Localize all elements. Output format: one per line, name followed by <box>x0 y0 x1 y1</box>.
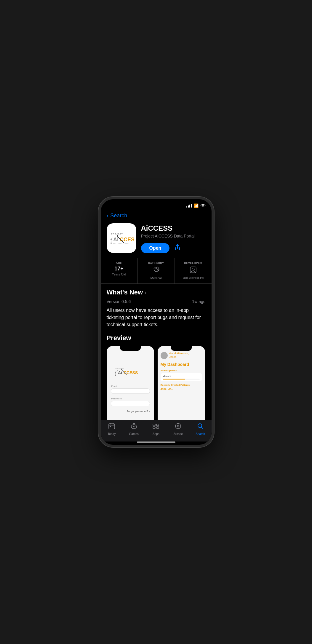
signal-bar-2 <box>188 205 189 208</box>
tab-today[interactable]: Today <box>103 423 121 436</box>
svg-point-15 <box>192 268 194 270</box>
preview-scroll[interactable]: PROJECT Ai CCESS <box>107 346 206 420</box>
dash-patients-label: Recently Created Patients <box>161 384 202 386</box>
share-button[interactable] <box>174 244 181 253</box>
dash-avatar <box>161 352 168 359</box>
tab-apps[interactable]: Apps <box>147 423 165 436</box>
arcade-svg-icon <box>175 423 182 430</box>
dash-header: Good Afternoon, Jacob <box>161 352 202 359</box>
svg-rect-39 <box>153 427 155 428</box>
tab-search[interactable]: Search <box>191 423 209 436</box>
tab-bar: Today Games <box>101 420 212 441</box>
wifi-signal-icon <box>200 204 206 208</box>
status-icons: 📶 <box>186 203 206 208</box>
patient-2: Je... <box>168 388 174 390</box>
svg-rect-38 <box>156 424 159 426</box>
open-button[interactable]: Open <box>141 243 170 253</box>
dash-title: My Dashboard <box>161 362 202 367</box>
search-tab-label: Search <box>196 432 205 436</box>
back-chevron-icon: ‹ <box>107 212 109 219</box>
games-icon <box>130 423 137 431</box>
version-row: Version 0.5.6 1w ago <box>107 299 206 304</box>
whats-new-section: What's New › Version 0.5.6 1w ago All us… <box>101 284 212 333</box>
whats-new-header[interactable]: What's New › <box>107 288 206 296</box>
screenshot-notch-1 <box>120 346 141 351</box>
games-svg-icon <box>130 423 137 430</box>
apps-svg-icon <box>152 423 159 430</box>
dash-progress-bar <box>163 379 200 380</box>
today-icon <box>108 423 115 431</box>
stethoscope-icon <box>152 266 160 274</box>
developer-icon <box>177 266 209 276</box>
aiccess-logo-svg: PROJECT Ai CCESS <box>109 230 134 246</box>
svg-rect-26 <box>109 424 115 429</box>
main-scroll[interactable]: ‹ Search PROJECT <box>101 210 212 420</box>
svg-point-35 <box>135 426 135 427</box>
dash-patient-names: Jane Je... <box>161 388 202 390</box>
dash-video-label: Video Uploads <box>161 369 202 372</box>
back-label[interactable]: Search <box>110 213 127 219</box>
whats-new-title: What's New <box>107 288 143 296</box>
screenshot-notch-2 <box>171 346 192 351</box>
app-icon: PROJECT Ai CCESS <box>107 223 136 253</box>
screenshot-password-input <box>111 401 150 406</box>
signal-bar-1 <box>186 206 187 208</box>
svg-rect-40 <box>156 427 159 428</box>
metadata-row: AGE 17+ Years Old CATEGORY Medical <box>101 258 212 284</box>
svg-point-11 <box>154 267 156 269</box>
meta-category: CATEGORY Medical <box>138 258 175 283</box>
today-svg-icon <box>108 423 115 430</box>
time-ago: 1w ago <box>192 299 205 304</box>
svg-point-0 <box>203 207 203 208</box>
svg-rect-37 <box>153 424 155 426</box>
svg-point-12 <box>156 267 158 269</box>
svg-point-31 <box>131 425 137 429</box>
screenshot-email-input <box>111 388 150 394</box>
dash-greeting: Good Afternoon, Jacob <box>169 352 189 359</box>
release-notes: All users now have access to an in-app t… <box>107 307 206 328</box>
preview-screenshot-1: PROJECT Ai CCESS <box>107 346 154 420</box>
svg-text:Ai: Ai <box>118 370 122 375</box>
svg-line-48 <box>201 427 203 429</box>
svg-point-3 <box>111 243 112 244</box>
search-icon <box>197 423 204 431</box>
today-tab-label: Today <box>108 432 116 436</box>
wifi-icon: 📶 <box>193 203 199 208</box>
arcade-tab-label: Arcade <box>173 432 183 436</box>
medical-icon <box>140 266 172 276</box>
whats-new-chevron-icon: › <box>145 289 146 296</box>
meta-developer: DEVELOPER Fabri Sciences Inc. <box>175 258 212 283</box>
signal-bars-icon <box>186 204 192 208</box>
tab-games[interactable]: Games <box>125 423 143 436</box>
svg-text:PROJECT: PROJECT <box>111 233 123 235</box>
back-navigation[interactable]: ‹ Search <box>101 210 212 220</box>
tab-arcade[interactable]: Arcade <box>169 423 187 436</box>
home-indicator <box>137 441 175 443</box>
share-icon <box>174 244 181 251</box>
app-header: PROJECT Ai CCESS <box>101 220 212 258</box>
svg-point-32 <box>134 423 134 424</box>
version-text: Version 0.5.6 <box>107 299 131 304</box>
svg-text:Ai: Ai <box>113 237 119 243</box>
screenshot-forgot-password: Forgot password? <box>127 410 148 413</box>
app-info: AiCCESS Project AiCCESS Data Portal Open <box>141 223 206 253</box>
search-svg-icon <box>197 423 204 430</box>
preview-section: Preview PROJECT <box>101 333 212 420</box>
preview-title: Preview <box>107 334 206 342</box>
app-name: AiCCESS <box>141 224 206 232</box>
screenshot-login-content: PROJECT Ai CCESS <box>107 346 154 420</box>
dash-video-card: Video 1 <box>161 373 202 381</box>
svg-line-20 <box>116 370 118 372</box>
app-actions: Open <box>141 243 206 253</box>
person-icon <box>189 266 197 274</box>
svg-line-5 <box>111 237 113 239</box>
svg-point-18 <box>115 375 116 376</box>
screenshot-logo: PROJECT Ai CCESS <box>114 365 147 378</box>
signal-bar-4 <box>191 204 192 208</box>
preview-screenshot-2: Good Afternoon, Jacob My Dashboard Video… <box>158 346 205 420</box>
apps-icon <box>152 423 159 431</box>
arcade-icon <box>175 423 182 431</box>
svg-text:CCESS: CCESS <box>124 370 138 375</box>
app-subtitle: Project AiCCESS Data Portal <box>141 233 206 239</box>
games-tab-label: Games <box>129 432 139 436</box>
